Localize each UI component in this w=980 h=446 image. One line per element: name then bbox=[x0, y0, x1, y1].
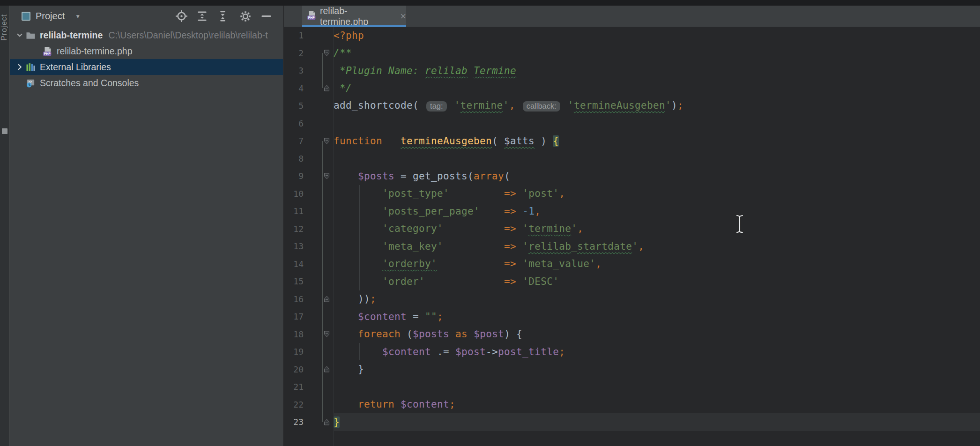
line-number: 1 bbox=[284, 30, 304, 40]
fold-close-icon[interactable] bbox=[324, 418, 330, 425]
fold-close-icon[interactable] bbox=[324, 85, 330, 92]
code-line-4[interactable]: 4 */ bbox=[284, 80, 980, 97]
code-text: foreach ($posts as $post) { bbox=[334, 328, 522, 340]
code-text: } bbox=[334, 364, 364, 375]
code-lines: 1<?php2/**3 *Plugin Name: relilab Termin… bbox=[284, 27, 980, 431]
locate-icon[interactable] bbox=[171, 9, 192, 23]
code-text: } bbox=[334, 416, 340, 428]
expand-all-icon[interactable] bbox=[192, 9, 212, 23]
code-text: 'orderby' => 'meta_value', bbox=[334, 258, 601, 269]
line-number: 8 bbox=[284, 154, 304, 164]
gutter-fold-column bbox=[304, 361, 334, 379]
line-number: 20 bbox=[284, 364, 304, 374]
line-number: 9 bbox=[284, 171, 304, 181]
line-number: 17 bbox=[284, 312, 304, 321]
line-number: 14 bbox=[284, 259, 304, 269]
code-line-17[interactable]: 17 $content = ""; bbox=[284, 308, 980, 326]
code-text: $posts = get_posts(array( bbox=[334, 171, 510, 182]
line-number: 11 bbox=[284, 206, 304, 216]
tree-item-external-libraries[interactable]: External Libraries bbox=[10, 59, 283, 75]
code-line-7[interactable]: 7function termineAusgeben( $atts ) { bbox=[284, 132, 980, 150]
tree-item-relilab-termine-php[interactable]: PHPrelilab-termine.php bbox=[10, 43, 283, 59]
stripe-project-tab[interactable]: Project bbox=[0, 14, 9, 41]
libraries-icon bbox=[26, 63, 40, 72]
chevron-right-icon[interactable] bbox=[14, 63, 26, 71]
fold-open-icon[interactable] bbox=[324, 137, 330, 144]
chevron-down-icon[interactable] bbox=[14, 31, 26, 39]
gutter-fold-column bbox=[304, 80, 334, 97]
fold-close-icon[interactable] bbox=[324, 296, 330, 303]
code-line-9[interactable]: 9 $posts = get_posts(array( bbox=[284, 167, 980, 185]
scratches-icon bbox=[26, 79, 40, 88]
code-line-15[interactable]: 15 'order' => 'DESC' bbox=[284, 273, 980, 290]
gutter-fold-column bbox=[304, 185, 334, 203]
code-line-13[interactable]: 13 'meta_key' => 'relilab_startdate', bbox=[284, 238, 980, 255]
gutter-fold-column bbox=[304, 343, 334, 361]
ide-window: Project Project ▼ relilab-termineC:\User… bbox=[0, 0, 980, 446]
chevron-down-icon[interactable]: ▼ bbox=[75, 13, 81, 20]
collapse-all-icon[interactable] bbox=[212, 9, 233, 23]
tool-window-square-icon[interactable] bbox=[2, 128, 7, 134]
code-text: /** bbox=[334, 47, 352, 59]
project-view-icon bbox=[22, 12, 30, 21]
code-line-5[interactable]: 5add_shortcode( tag: 'termine', callback… bbox=[284, 97, 980, 115]
code-line-21[interactable]: 21 bbox=[284, 378, 980, 396]
code-line-19[interactable]: 19 $content .= $post->post_title; bbox=[284, 343, 980, 361]
line-number: 16 bbox=[284, 294, 304, 304]
gutter-fold-column bbox=[304, 255, 334, 273]
line-number: 21 bbox=[284, 382, 304, 392]
code-text: $content .= $post->post_title; bbox=[334, 346, 565, 357]
svg-text:PHP: PHP bbox=[308, 16, 315, 19]
settings-gear-icon[interactable] bbox=[235, 9, 256, 23]
code-text: 'post_type' => 'post', bbox=[334, 188, 565, 199]
gutter-fold-column bbox=[304, 273, 334, 290]
code-line-16[interactable]: 16 )); bbox=[284, 290, 980, 308]
hide-panel-minus-icon[interactable] bbox=[256, 9, 276, 23]
fold-open-icon[interactable] bbox=[324, 172, 330, 179]
gutter-fold-column bbox=[304, 413, 334, 431]
window-top-strip bbox=[0, 0, 980, 6]
code-line-20[interactable]: 20 } bbox=[284, 361, 980, 379]
editor-pane: PHP relilab-termine.php × 1<?php2/**3 *P… bbox=[284, 6, 980, 446]
code-text: 'meta_key' => 'relilab_startdate', bbox=[334, 241, 644, 252]
tree-item-scratches-and-consoles[interactable]: Scratches and Consoles bbox=[10, 75, 283, 91]
gutter-fold-column bbox=[304, 167, 334, 185]
tab-relilab-termine-php[interactable]: PHP relilab-termine.php × bbox=[302, 6, 406, 27]
code-editor-surface[interactable]: 1<?php2/**3 *Plugin Name: relilab Termin… bbox=[284, 27, 980, 446]
gutter-fold-column bbox=[304, 45, 334, 62]
line-number: 7 bbox=[284, 136, 304, 146]
tree-item-path: C:\Users\Daniel\Desktop\relilab\relilab-… bbox=[108, 30, 267, 41]
line-number: 5 bbox=[284, 101, 304, 111]
gutter-fold-column bbox=[304, 132, 334, 150]
code-line-23[interactable]: 23} bbox=[284, 413, 980, 431]
code-line-8[interactable]: 8 bbox=[284, 150, 980, 168]
code-line-6[interactable]: 6 bbox=[284, 115, 980, 133]
code-line-18[interactable]: 18 foreach ($posts as $post) { bbox=[284, 326, 980, 343]
code-line-1[interactable]: 1<?php bbox=[284, 27, 980, 45]
fold-open-icon[interactable] bbox=[324, 50, 330, 57]
tree-item-relilab-termine[interactable]: relilab-termineC:\Users\Daniel\Desktop\r… bbox=[10, 27, 283, 43]
code-text: $content = ""; bbox=[334, 311, 443, 322]
php-file-icon: PHP bbox=[43, 46, 57, 56]
code-line-3[interactable]: 3 *Plugin Name: relilab Termine bbox=[284, 62, 980, 80]
code-text: 'posts_per_page' => -1, bbox=[334, 206, 541, 217]
code-line-12[interactable]: 12 'category' => 'termine', bbox=[284, 220, 980, 238]
code-line-11[interactable]: 11 'posts_per_page' => -1, bbox=[284, 202, 980, 220]
code-text: add_shortcode( tag: 'termine', callback:… bbox=[334, 100, 683, 112]
code-line-2[interactable]: 2/** bbox=[284, 45, 980, 62]
code-line-10[interactable]: 10 'post_type' => 'post', bbox=[284, 185, 980, 203]
tab-label: relilab-termine.php bbox=[320, 6, 394, 27]
fold-open-icon[interactable] bbox=[324, 331, 330, 338]
code-line-22[interactable]: 22 return $content; bbox=[284, 396, 980, 414]
toolbar-divider bbox=[234, 11, 234, 22]
line-number: 19 bbox=[284, 347, 304, 357]
project-panel-title[interactable]: Project bbox=[36, 11, 65, 22]
line-number: 22 bbox=[284, 400, 304, 409]
close-icon[interactable]: × bbox=[400, 11, 406, 22]
line-number: 12 bbox=[284, 224, 304, 234]
code-line-14[interactable]: 14 'orderby' => 'meta_value', bbox=[284, 255, 980, 273]
project-tree: relilab-termineC:\Users\Daniel\Desktop\r… bbox=[10, 27, 283, 91]
project-panel-toolbar bbox=[171, 9, 276, 23]
fold-close-icon[interactable] bbox=[324, 366, 330, 373]
line-number: 2 bbox=[284, 48, 304, 58]
